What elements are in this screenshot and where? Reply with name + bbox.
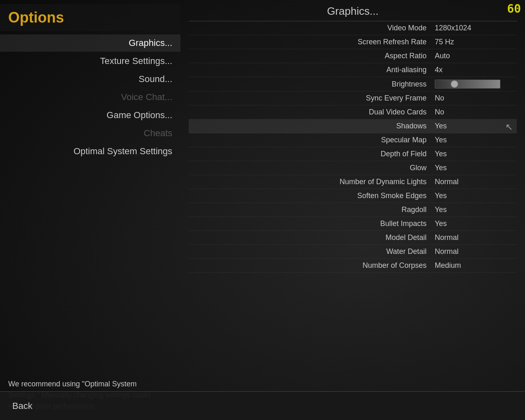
setting-value-4 [435, 80, 517, 89]
nav-item-graphics[interactable]: Graphics... [0, 34, 180, 52]
setting-row-10[interactable]: GlowYes [189, 161, 517, 175]
setting-value-6: No [435, 108, 517, 116]
setting-value-17: Medium [435, 261, 517, 270]
setting-value-0: 525x420 [435, 24, 517, 32]
setting-label-14: Bullet Impacts [189, 219, 435, 228]
nav-item-optimalsettings[interactable]: Optimal System Settings [0, 143, 180, 160]
page-title: Options [0, 4, 180, 31]
settings-list: Video Mode1280x1024Screen Refresh Rate75… [189, 21, 517, 420]
nav-item-texture[interactable]: Texture Settings... [0, 52, 180, 70]
setting-label-8: Specular Map [189, 136, 435, 144]
setting-row-6[interactable]: Dual Video CardsNo [189, 105, 517, 119]
setting-row-14[interactable]: Bullet ImpactsYes [189, 217, 517, 231]
setting-value-13: Yes [435, 205, 517, 214]
setting-row-4[interactable]: Brightness [189, 77, 517, 91]
setting-value-2: Auto [435, 52, 517, 60]
setting-row-5[interactable]: Sync Every FrameNo [189, 91, 517, 105]
nav-item-sound[interactable]: Sound... [0, 71, 180, 88]
setting-value-5: No [435, 94, 517, 103]
setting-row-3[interactable]: Anti-aliasing4x [189, 63, 517, 77]
nav-item-cheats: Cheats [0, 125, 180, 142]
setting-label-12: Soften Smoke Edges [189, 192, 435, 200]
setting-label-0: Video Mode [189, 24, 435, 32]
setting-row-7[interactable]: ShadowsYes↖ [189, 119, 517, 133]
setting-row-16[interactable]: Water DetailNormal [189, 245, 517, 259]
nav-item-voicechat: Voice Chat... [0, 89, 180, 106]
setting-value-15: Normal [435, 233, 517, 242]
setting-row-2[interactable]: Aspect RatioAuto [189, 49, 517, 63]
right-panel: Graphics... Video Mode1280x1024Screen Re… [180, 0, 525, 420]
setting-label-1: Screen Refresh Rate [189, 38, 435, 46]
nav-menu: Graphics...Texture Settings...Sound...Vo… [0, 34, 180, 160]
setting-label-6: Dual Video Cards [189, 108, 435, 116]
setting-row-9[interactable]: Depth of FieldYes [189, 147, 517, 161]
setting-row-1[interactable]: Screen Refresh Rate75 Hz [189, 35, 517, 49]
setting-row-15[interactable]: Model DetailNormal [189, 231, 517, 245]
setting-label-10: Glow [189, 164, 435, 172]
setting-value-10: Yes [435, 164, 517, 172]
setting-row-0[interactable]: Video Mode1280x1024 [189, 21, 517, 35]
back-button[interactable]: Back [12, 401, 32, 411]
setting-value-16: Normal [435, 247, 517, 256]
setting-label-4: Brightness [189, 80, 435, 89]
setting-label-17: Number of Corpses [189, 261, 435, 270]
setting-label-7: Shadows [189, 122, 435, 130]
setting-label-16: Water Detail [189, 247, 435, 256]
setting-row-13[interactable]: RagdollYes [189, 203, 517, 217]
setting-value-3: 4x [435, 66, 517, 74]
setting-label-15: Model Detail [189, 233, 435, 242]
setting-label-9: Depth of Field [189, 150, 435, 158]
setting-value-1: 75 Hz [435, 38, 517, 46]
brightness-slider[interactable] [435, 80, 500, 89]
setting-value-14: Yes [435, 219, 517, 228]
cursor-icon: ↖ [505, 122, 513, 132]
setting-row-8[interactable]: Specular MapYes [189, 133, 517, 147]
left-panel: Options Graphics...Texture Settings...So… [0, 0, 180, 420]
setting-row-17[interactable]: Number of CorpsesMedium [189, 259, 517, 273]
setting-value-8: Yes [435, 136, 517, 144]
fps-counter: 60 [507, 2, 521, 16]
panel-title: Graphics... [189, 0, 517, 21]
nav-item-gameoptions[interactable]: Game Options... [0, 107, 180, 124]
setting-label-5: Sync Every Frame [189, 94, 435, 103]
setting-row-12[interactable]: Soften Smoke EdgesYes [189, 189, 517, 203]
setting-label-11: Number of Dynamic Lights [189, 178, 435, 186]
brightness-thumb [451, 80, 458, 88]
setting-label-2: Aspect Ratio [189, 52, 435, 60]
setting-label-13: Ragdoll [189, 205, 435, 214]
setting-label-3: Anti-aliasing [189, 66, 435, 74]
setting-row-11[interactable]: Number of Dynamic LightsNormal [189, 175, 517, 189]
setting-value-9: Yes [435, 150, 517, 158]
setting-value-7: Yes↖ [435, 122, 517, 130]
setting-value-11: Normal [435, 178, 517, 186]
setting-value-12: Yes [435, 192, 517, 200]
bottom-bar: Back [0, 391, 525, 420]
